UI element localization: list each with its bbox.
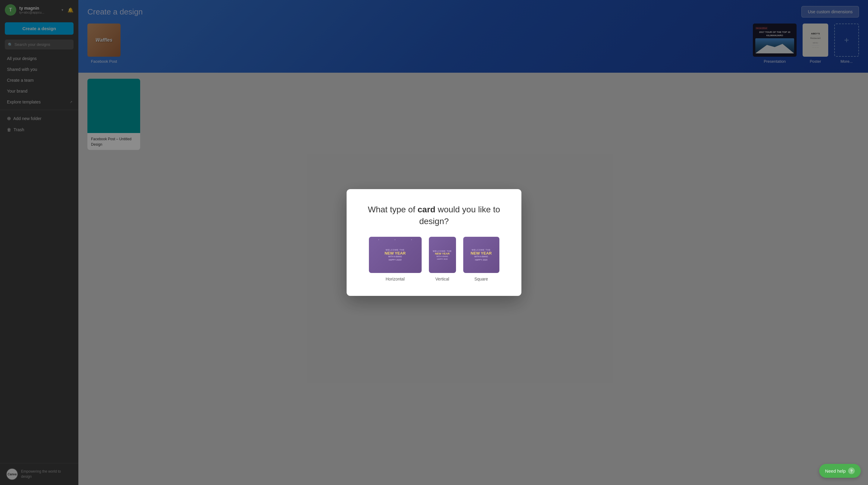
help-label: Need help (825, 468, 846, 474)
horizontal-preview: ✦✦✦ WELCOME THE NEW YEAR WITH A BANG HAP… (369, 237, 422, 273)
card-option-square[interactable]: WELCOME THE NEW YEAR WITH A BANG HAPPY 2… (463, 237, 499, 281)
help-icon: ? (848, 467, 855, 474)
square-label: Square (474, 277, 488, 281)
modal-title: What type of card would you like to desi… (365, 204, 503, 227)
square-preview: WELCOME THE NEW YEAR WITH A BANG HAPPY 2… (463, 237, 499, 273)
modal: What type of card would you like to desi… (347, 189, 521, 296)
card-option-horizontal[interactable]: ✦✦✦ WELCOME THE NEW YEAR WITH A BANG HAP… (369, 237, 422, 281)
vertical-preview: WELCOME THE NEW YEAR WITH A BANG HAPPY 2… (429, 237, 456, 273)
vertical-label: Vertical (435, 277, 450, 281)
modal-overlay[interactable]: What type of card would you like to desi… (0, 0, 868, 485)
horizontal-label: Horizontal (385, 277, 404, 281)
card-option-vertical[interactable]: WELCOME THE NEW YEAR WITH A BANG HAPPY 2… (429, 237, 456, 281)
card-options: ✦✦✦ WELCOME THE NEW YEAR WITH A BANG HAP… (369, 237, 499, 281)
help-button[interactable]: Need help ? (819, 464, 861, 478)
